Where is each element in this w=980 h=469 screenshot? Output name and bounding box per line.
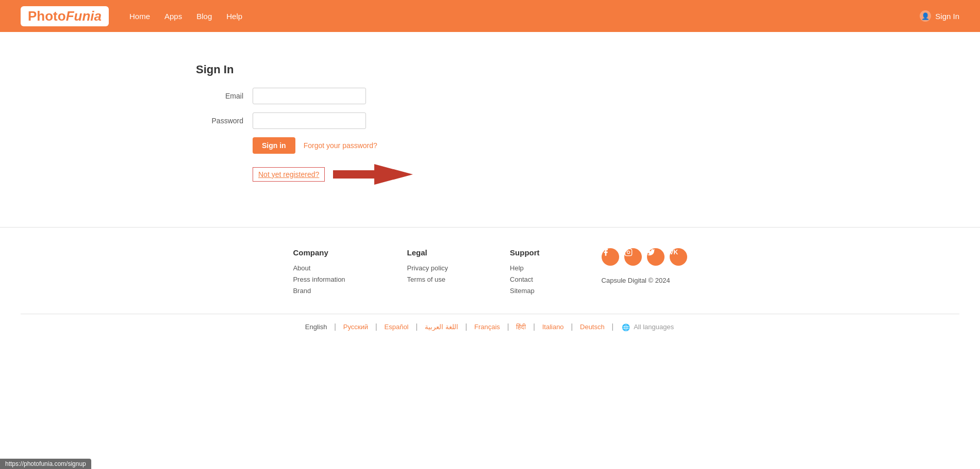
site-header: PhotoFunia Home Apps Blog Help 👤 Sign In (0, 0, 980, 32)
main-nav: Home Apps Blog Help (129, 12, 242, 21)
nav-blog[interactable]: Blog (196, 12, 212, 21)
social-icons: VK (602, 248, 687, 269)
language-bar: English | Русский | Español | اللغة العر… (21, 314, 959, 331)
footer-brand-link[interactable]: Brand (293, 287, 345, 295)
twitter-icon[interactable] (647, 248, 665, 266)
nav-help[interactable]: Help (226, 12, 242, 21)
instagram-icon[interactable] (624, 248, 642, 266)
footer-social-col: VK Capsule Digital © 2024 (602, 248, 687, 298)
main-content: Sign In Email Password Sign in Forgot yo… (0, 32, 980, 206)
copyright-text: Capsule Digital © 2024 (602, 277, 670, 284)
email-input[interactable] (253, 88, 366, 104)
email-label: Email (196, 92, 253, 100)
footer-help-link[interactable]: Help (510, 264, 540, 272)
footer-legal-heading: Legal (407, 248, 448, 257)
footer-terms-link[interactable]: Terms of use (407, 276, 448, 283)
vk-icon[interactable]: VK (670, 248, 687, 266)
lang-english[interactable]: English (301, 323, 331, 331)
facebook-icon[interactable] (602, 248, 619, 266)
password-row: Password (196, 112, 959, 129)
logo[interactable]: PhotoFunia (21, 6, 109, 26)
lang-french[interactable]: Français (470, 323, 504, 331)
arrow-annotation (333, 163, 413, 186)
lang-hindi[interactable]: हिंदी (512, 323, 530, 331)
signin-form: Sign In Email Password Sign in Forgot yo… (196, 63, 959, 186)
svg-marker-0 (333, 164, 413, 185)
password-input[interactable] (253, 112, 366, 129)
globe-icon: 🌐 (621, 324, 631, 331)
footer-company-heading: Company (293, 248, 345, 257)
user-icon: 👤 (920, 10, 931, 22)
footer-about-link[interactable]: About (293, 264, 345, 272)
logo-funia: Funia (66, 8, 102, 24)
site-footer: Company About Press information Brand Le… (0, 228, 980, 347)
nav-home[interactable]: Home (129, 12, 150, 21)
lang-all[interactable]: 🌐All languages (617, 323, 679, 331)
not-registered-link[interactable]: Not yet registered? (253, 167, 325, 182)
lang-arabic[interactable]: اللغة العربية (421, 323, 462, 331)
lang-russian[interactable]: Русский (339, 323, 372, 331)
arrow-svg (333, 163, 413, 186)
footer-privacy-link[interactable]: Privacy policy (407, 264, 448, 272)
form-actions: Sign in Forgot your password? (253, 137, 959, 154)
password-label: Password (196, 117, 253, 125)
lang-spanish[interactable]: Español (380, 323, 413, 331)
footer-columns: Company About Press information Brand Le… (21, 248, 959, 298)
nav-apps[interactable]: Apps (164, 12, 182, 21)
forgot-password-link[interactable]: Forgot your password? (304, 141, 377, 150)
footer-company: Company About Press information Brand (293, 248, 345, 298)
logo-photo: Photo (28, 8, 66, 24)
signin-title: Sign In (196, 63, 959, 76)
footer-legal: Legal Privacy policy Terms of use (407, 248, 448, 298)
header-right: 👤 Sign In (920, 10, 959, 22)
svg-rect-1 (625, 249, 632, 255)
email-row: Email (196, 88, 959, 104)
lang-italiano[interactable]: Italiano (538, 323, 568, 331)
header-left: PhotoFunia Home Apps Blog Help (21, 6, 242, 26)
sign-in-button[interactable]: Sign in (253, 137, 295, 154)
lang-deutsch[interactable]: Deutsch (576, 323, 609, 331)
footer-contact-link[interactable]: Contact (510, 276, 540, 283)
footer-support-heading: Support (510, 248, 540, 257)
footer-support: Support Help Contact Sitemap (510, 248, 540, 298)
register-row: Not yet registered? (253, 163, 959, 186)
header-sign-in-link[interactable]: Sign In (935, 12, 959, 21)
footer-press-link[interactable]: Press information (293, 276, 345, 283)
footer-sitemap-link[interactable]: Sitemap (510, 287, 540, 295)
